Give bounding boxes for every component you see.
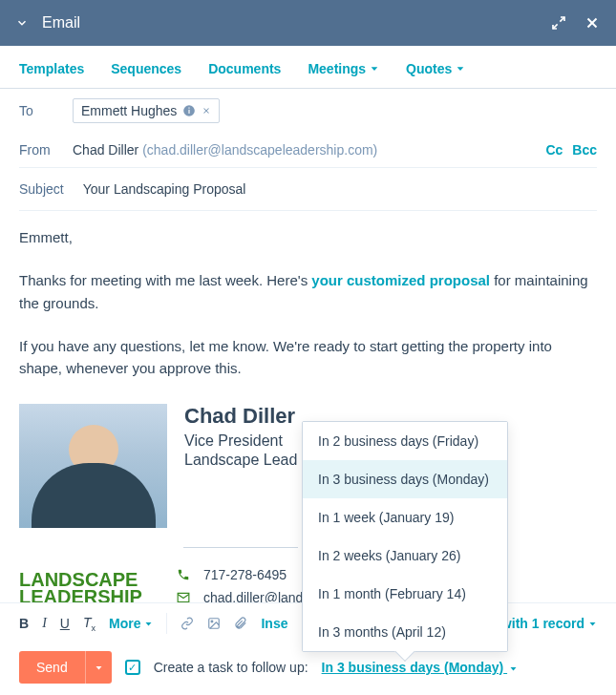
tabs-bar: Templates Sequences Documents Meetings Q… <box>0 46 616 89</box>
svg-point-13 <box>212 621 214 622</box>
dropdown-option[interactable]: In 3 months (April 12) <box>303 613 507 651</box>
dropdown-option[interactable]: In 2 business days (Friday) <box>303 422 507 460</box>
subject-input[interactable]: Your Landscaping Proposal <box>83 181 246 197</box>
associated-records[interactable]: with 1 record <box>501 616 597 631</box>
sig-role: Vice President <box>184 432 297 450</box>
signature-divider <box>183 547 298 548</box>
dropdown-option[interactable]: In 3 business days (Monday) <box>303 460 507 498</box>
svg-marker-4 <box>372 67 378 71</box>
italic-button[interactable]: I <box>42 616 47 631</box>
clear-format-button[interactable]: Tx <box>83 615 96 633</box>
greeting: Emmett, <box>19 226 597 248</box>
header-title: Email <box>42 14 534 32</box>
send-button[interactable]: Send <box>19 651 85 684</box>
paragraph-2: If you have any questions, let me know. … <box>19 335 597 380</box>
compose-header: Email <box>0 0 616 46</box>
tab-quotes-label: Quotes <box>406 61 452 76</box>
subject-label: Subject <box>19 181 64 197</box>
image-button[interactable] <box>207 617 221 630</box>
dropdown-option[interactable]: In 1 month (February 14) <box>303 575 507 613</box>
proposal-link[interactable]: your customized proposal <box>311 272 490 288</box>
chevron-down-icon <box>509 664 518 673</box>
bold-button[interactable]: B <box>19 616 29 631</box>
tab-documents[interactable]: Documents <box>208 61 281 76</box>
to-row: To Emmett Hughes <box>0 89 616 133</box>
remove-chip-icon[interactable] <box>202 106 211 116</box>
expand-icon[interactable] <box>551 15 566 31</box>
recipient-chip[interactable]: Emmett Hughes <box>73 98 220 123</box>
info-icon[interactable] <box>182 104 196 117</box>
phone-icon <box>177 568 192 581</box>
chevron-down-icon <box>456 64 465 74</box>
svg-rect-7 <box>189 110 190 114</box>
sig-company: Landscape Lead <box>184 452 297 469</box>
underline-button[interactable]: U <box>60 616 70 631</box>
tab-sequences[interactable]: Sequences <box>111 61 181 76</box>
contact-phone: 717-278-6495 <box>177 567 304 582</box>
followup-label: Create a task to follow up: <box>154 660 308 675</box>
tab-meetings[interactable]: Meetings <box>308 61 379 76</box>
company-logo: LANDSCAPE LEADERSHIP <box>19 571 142 605</box>
to-label: To <box>19 103 73 118</box>
followup-value-dropdown[interactable]: In 3 business days (Monday) <box>322 660 519 675</box>
link-button[interactable] <box>181 617 194 630</box>
chevron-down-icon <box>144 620 153 628</box>
svg-marker-11 <box>146 622 152 625</box>
tab-meetings-label: Meetings <box>308 61 366 76</box>
send-group: Send <box>19 651 112 684</box>
svg-marker-14 <box>590 622 596 625</box>
send-options-button[interactable] <box>85 651 112 684</box>
sig-name: Chad Diller <box>184 404 297 429</box>
svg-marker-15 <box>96 666 101 669</box>
chevron-down-icon <box>370 64 379 74</box>
chevron-down-icon <box>588 620 597 628</box>
chevron-down-icon <box>95 663 103 672</box>
cc-button[interactable]: Cc <box>545 142 563 158</box>
from-value[interactable]: Chad Diller (chad.diller@landscapeleader… <box>73 142 377 158</box>
dropdown-option[interactable]: In 1 week (January 19) <box>303 498 507 537</box>
from-email: (chad.diller@landscapeleadership.com) <box>142 142 377 158</box>
recipient-name: Emmett Hughes <box>81 103 177 118</box>
paragraph-1: Thanks for meeting with me last week. He… <box>19 269 597 314</box>
insert-button[interactable]: Inse <box>261 616 287 631</box>
collapse-icon[interactable] <box>15 16 29 30</box>
from-label: From <box>19 142 73 158</box>
separator <box>166 613 167 634</box>
more-formatting-button[interactable]: More <box>109 616 153 631</box>
bcc-button[interactable]: Bcc <box>572 142 597 158</box>
svg-rect-8 <box>189 108 190 109</box>
from-name: Chad Diller <box>73 142 138 158</box>
email-body[interactable]: Emmett, Thanks for meeting with me last … <box>0 211 616 379</box>
dropdown-option[interactable]: In 2 weeks (January 26) <box>303 537 507 575</box>
svg-marker-5 <box>457 67 464 71</box>
tab-quotes[interactable]: Quotes <box>406 61 465 76</box>
tab-templates[interactable]: Templates <box>19 61 84 76</box>
from-row: From Chad Diller (chad.diller@landscapel… <box>0 133 616 167</box>
followup-dropdown: In 2 business days (Friday) In 3 busines… <box>302 421 508 652</box>
attachment-button[interactable] <box>234 617 247 630</box>
followup-checkbox[interactable]: ✓ <box>125 660 140 675</box>
avatar <box>19 404 167 528</box>
subject-row: Subject Your Landscaping Proposal <box>0 168 616 210</box>
svg-marker-16 <box>511 667 517 670</box>
close-icon[interactable] <box>584 14 601 32</box>
